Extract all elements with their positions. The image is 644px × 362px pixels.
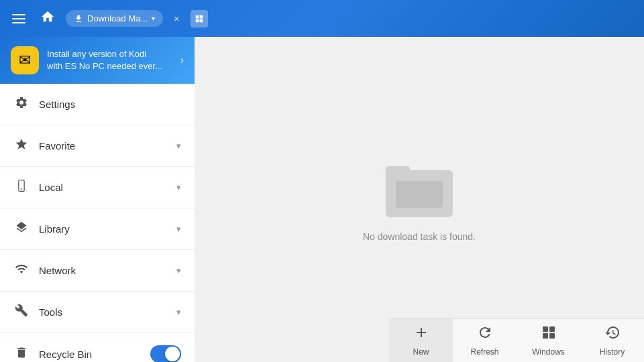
sidebar-item-local[interactable]: Local ▾ bbox=[0, 167, 195, 208]
local-label: Local bbox=[39, 182, 167, 193]
plus-icon bbox=[413, 324, 429, 345]
settings-label: Settings bbox=[39, 99, 181, 110]
library-chevron-icon: ▾ bbox=[176, 224, 181, 234]
download-icon bbox=[74, 14, 83, 23]
tab-close-button[interactable]: × bbox=[170, 12, 183, 25]
tab-down-arrow: ▾ bbox=[152, 15, 155, 22]
star-icon bbox=[13, 137, 30, 154]
library-label: Library bbox=[39, 223, 167, 235]
windows-icon bbox=[541, 324, 557, 345]
history-button[interactable]: History bbox=[580, 319, 644, 362]
trash-icon bbox=[13, 346, 30, 363]
router-icon bbox=[13, 262, 30, 279]
local-chevron-icon: ▾ bbox=[176, 182, 181, 192]
tools-label: Tools bbox=[39, 306, 167, 318]
top-bar: Download Ma... ▾ × bbox=[0, 0, 644, 37]
history-icon bbox=[604, 324, 621, 345]
svg-rect-3 bbox=[199, 19, 203, 22]
recycle-bin-label: Recycle Bin bbox=[39, 349, 141, 360]
active-tab[interactable]: Download Ma... ▾ bbox=[66, 10, 163, 27]
new-tab-button[interactable] bbox=[191, 10, 208, 27]
hamburger-menu-button[interactable] bbox=[8, 10, 30, 27]
sidebar: ✉ Install any version of Kodi with ES No… bbox=[0, 37, 195, 362]
sidebar-item-network[interactable]: Network ▾ bbox=[0, 250, 195, 292]
promo-text: Install any version of Kodi with ES No P… bbox=[47, 48, 172, 72]
sidebar-item-favorite[interactable]: Favorite ▾ bbox=[0, 125, 195, 167]
svg-rect-2 bbox=[195, 19, 199, 22]
empty-folder-illustration bbox=[382, 157, 456, 221]
svg-rect-0 bbox=[195, 15, 199, 18]
svg-rect-9 bbox=[543, 326, 548, 332]
sidebar-item-tools[interactable]: Tools ▾ bbox=[0, 292, 195, 333]
promo-banner[interactable]: ✉ Install any version of Kodi with ES No… bbox=[0, 37, 195, 84]
windows-label: Windows bbox=[532, 347, 565, 357]
svg-point-5 bbox=[21, 188, 22, 190]
tab-label: Download Ma... bbox=[87, 13, 148, 23]
refresh-label: Refresh bbox=[470, 347, 498, 357]
bottom-toolbar: New Refresh Windows History bbox=[389, 318, 644, 362]
svg-rect-1 bbox=[199, 15, 203, 18]
svg-rect-7 bbox=[386, 166, 410, 176]
empty-message: No download task is found. bbox=[363, 231, 476, 242]
sidebar-item-settings[interactable]: Settings bbox=[0, 84, 195, 125]
svg-rect-11 bbox=[543, 333, 548, 339]
sidebar-item-recycle-bin[interactable]: Recycle Bin bbox=[0, 333, 195, 362]
empty-state: No download task is found. bbox=[363, 157, 476, 242]
svg-rect-8 bbox=[396, 181, 443, 208]
main-content: No download task is found. New Refresh bbox=[195, 37, 644, 362]
favorite-label: Favorite bbox=[39, 140, 167, 152]
tools-chevron-icon: ▾ bbox=[176, 307, 181, 317]
svg-rect-12 bbox=[549, 333, 555, 339]
promo-icon: ✉ bbox=[11, 46, 39, 74]
history-label: History bbox=[600, 347, 625, 357]
sidebar-item-library[interactable]: Library ▾ bbox=[0, 208, 195, 250]
wrench-icon bbox=[13, 304, 30, 320]
windows-button[interactable]: Windows bbox=[517, 319, 580, 362]
new-tab-icon bbox=[195, 14, 204, 23]
content-area: ✉ Install any version of Kodi with ES No… bbox=[0, 37, 644, 362]
svg-rect-10 bbox=[549, 326, 555, 332]
new-label: New bbox=[413, 347, 429, 357]
new-button[interactable]: New bbox=[389, 319, 453, 362]
refresh-button[interactable]: Refresh bbox=[453, 319, 517, 362]
promo-arrow: › bbox=[180, 54, 184, 66]
recycle-bin-toggle[interactable] bbox=[150, 345, 181, 362]
layers-icon bbox=[13, 221, 30, 237]
gear-icon bbox=[13, 96, 30, 113]
favorite-chevron-icon: ▾ bbox=[176, 141, 181, 151]
home-button[interactable] bbox=[36, 5, 59, 32]
phone-icon bbox=[13, 179, 30, 196]
refresh-icon bbox=[477, 324, 493, 345]
network-chevron-icon: ▾ bbox=[176, 265, 181, 276]
network-label: Network bbox=[39, 265, 167, 276]
